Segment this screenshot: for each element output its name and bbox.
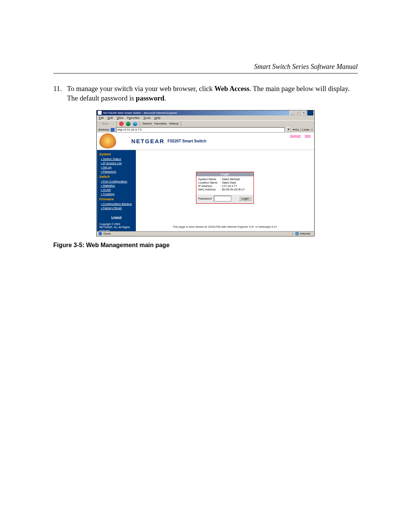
ip-label: IP Address: [198, 184, 220, 188]
section-firmware: Firmware: [97, 196, 136, 202]
menu-file[interactable]: File: [99, 116, 104, 120]
back-button[interactable]: ← Back: [98, 122, 109, 125]
login-box: Login System Name: Sales-Michael Locatio…: [196, 172, 254, 204]
section-switch: Switch: [97, 174, 136, 179]
status-icon: [99, 232, 102, 235]
step-bold-webaccess: Web Access: [214, 85, 249, 93]
menu-help[interactable]: Help: [155, 116, 161, 120]
mac-value: : 00-09-5b-63-f6-c7: [220, 188, 245, 191]
history-button[interactable]: History: [169, 122, 178, 125]
sidebar-item-factory-reset[interactable]: Factory Reset: [97, 206, 136, 210]
ip-value: : 172.16.3.77: [220, 184, 237, 188]
status-bar: Done Internet: [97, 231, 314, 236]
menu-favorites[interactable]: Favorites: [127, 116, 140, 120]
address-bar: Address http://172.16.3.77/ ▼ ➔Go Links …: [97, 127, 314, 133]
ie-logo-icon: [307, 110, 313, 115]
help-link[interactable]: Help: [305, 134, 311, 137]
menubar: File Edit View Favorites Tools Help: [97, 115, 314, 120]
address-input[interactable]: http://172.16.3.77/: [116, 127, 285, 133]
globe-icon: [295, 232, 299, 235]
sidebar-item-port-configuration[interactable]: Port Configuration: [97, 179, 136, 184]
window-title: NETGEAR Web Smart Switch - Microsoft Int…: [103, 111, 177, 115]
favorites-button[interactable]: Favorites: [154, 122, 167, 125]
sidebar-item-password[interactable]: Password: [97, 169, 136, 174]
sidebar-item-set-up[interactable]: Set up: [97, 165, 136, 169]
system-name-label: System Name: [198, 177, 220, 181]
step-pre: To manage your switch via your web brows…: [67, 85, 214, 93]
brand-name: NETGEAR: [131, 138, 164, 144]
sidebar-item-configuration-backup[interactable]: Configuration Backup: [97, 202, 136, 206]
doc-header: Smart Switch Series Software Manual: [53, 63, 358, 73]
ie-window: NETGEAR Web Smart Switch - Microsoft Int…: [96, 110, 315, 236]
titlebar: NETGEAR Web Smart Switch - Microsoft Int…: [97, 110, 314, 115]
toolbar: ← Back → Search Favorites History: [97, 120, 314, 127]
close-button[interactable]: ×: [301, 110, 306, 115]
sidebar: System Switch Status IP Access List Set …: [97, 150, 136, 232]
address-dropdown[interactable]: ▼: [286, 127, 291, 133]
menu-edit[interactable]: Edit: [108, 116, 113, 120]
forward-button[interactable]: →: [111, 122, 114, 125]
zone-label: Internet: [300, 232, 310, 235]
system-name-value: : Sales-Michael: [220, 177, 240, 181]
sidebar-item-trunking[interactable]: Trunking: [97, 192, 136, 196]
password-label: Password: [198, 197, 212, 200]
home-icon[interactable]: [133, 121, 137, 126]
banner: NETGEAR FS526T Smart Switch Support Help: [97, 133, 314, 150]
location-label: Location Name: [198, 181, 220, 184]
step-bold-password: password: [136, 94, 164, 102]
login-title: Login: [196, 172, 253, 176]
location-value: : Sales Dept.: [220, 181, 237, 184]
ie-icon: [98, 111, 102, 115]
step-post: .: [164, 94, 166, 102]
model-name: FS526T Smart Switch: [167, 139, 206, 143]
search-button[interactable]: Search: [142, 122, 152, 125]
netgear-badge-icon: [99, 133, 116, 149]
minimize-button[interactable]: _: [290, 110, 295, 115]
refresh-icon[interactable]: [126, 121, 131, 126]
sidebar-item-ip-access-list[interactable]: IP Access List: [97, 161, 136, 165]
links-label[interactable]: Links: [303, 128, 310, 131]
step-text: To manage your switch via your web brows…: [67, 84, 358, 103]
status-text: Done: [104, 232, 111, 235]
go-button[interactable]: ➔Go: [292, 128, 299, 131]
section-system: System: [97, 151, 136, 157]
menu-view[interactable]: View: [117, 116, 123, 120]
address-label: Address: [98, 128, 109, 131]
sidebar-item-statistics[interactable]: Statistics: [97, 184, 136, 188]
maximize-button[interactable]: □: [295, 110, 301, 115]
figure-caption: Figure 3-5: Web Management main page: [53, 242, 358, 249]
menu-tools[interactable]: Tools: [143, 116, 151, 120]
instruction-step: 11. To manage your switch via your web b…: [53, 84, 358, 103]
password-input[interactable]: [214, 196, 231, 201]
stop-icon[interactable]: [119, 121, 124, 126]
step-number: 11.: [53, 84, 67, 103]
sidebar-item-vlan[interactable]: VLAN: [97, 188, 136, 192]
best-viewed-note: This page is best viewed at 1024x768 wit…: [136, 225, 314, 228]
page-icon: [111, 128, 115, 132]
logout-link[interactable]: Logout: [97, 214, 136, 220]
login-button[interactable]: Login: [239, 196, 252, 201]
main-pane: Login System Name: Sales-Michael Locatio…: [136, 150, 314, 232]
mac-label: MAC Address: [198, 188, 220, 191]
support-link[interactable]: Support: [290, 134, 301, 137]
links-chevron-icon[interactable]: »: [311, 128, 313, 131]
sidebar-item-switch-status[interactable]: Switch Status: [97, 157, 136, 161]
